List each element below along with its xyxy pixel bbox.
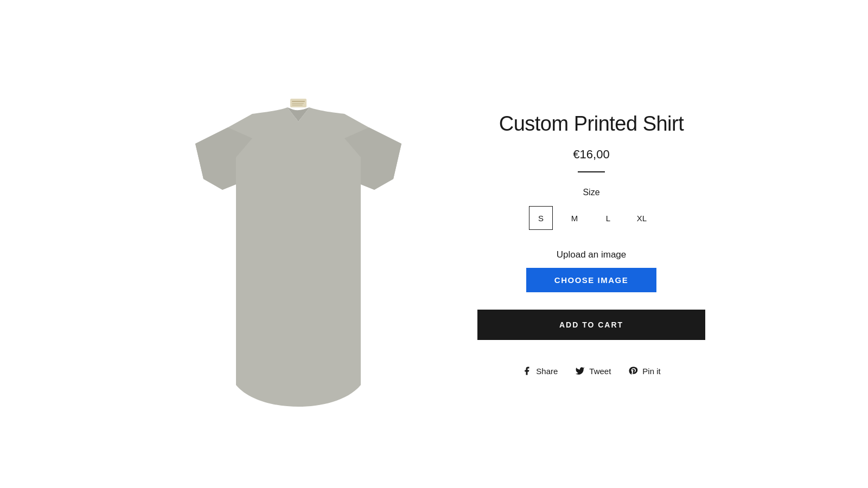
size-label: Size <box>583 188 599 197</box>
share-label: Share <box>536 367 558 376</box>
svg-rect-3 <box>292 105 303 106</box>
pin-label: Pin it <box>642 367 660 376</box>
size-option-s[interactable]: S <box>529 206 553 230</box>
product-image-container <box>163 33 434 455</box>
tshirt-image <box>168 49 429 439</box>
twitter-icon <box>575 366 585 376</box>
size-option-l[interactable]: L <box>596 206 620 230</box>
price-divider <box>578 171 605 172</box>
pinterest-icon <box>628 366 638 376</box>
share-facebook-link[interactable]: Share <box>522 366 558 376</box>
size-option-xl[interactable]: XL <box>630 206 654 230</box>
product-title: Custom Printed Shirt <box>499 112 684 136</box>
svg-rect-1 <box>292 101 305 102</box>
product-price: €16,00 <box>573 147 609 162</box>
size-option-m[interactable]: M <box>563 206 586 230</box>
svg-rect-2 <box>292 103 304 104</box>
social-share: Share Tweet Pin it <box>522 366 660 376</box>
tweet-label: Tweet <box>589 367 611 376</box>
add-to-cart-button[interactable]: ADD TO CART <box>477 310 705 340</box>
upload-label: Upload an image <box>557 249 627 260</box>
share-pinterest-link[interactable]: Pin it <box>628 366 660 376</box>
size-options: S M L XL <box>529 206 654 230</box>
choose-image-button[interactable]: CHOOSE IMAGE <box>526 268 656 292</box>
facebook-icon <box>522 366 532 376</box>
share-twitter-link[interactable]: Tweet <box>575 366 611 376</box>
product-page: Custom Printed Shirt €16,00 Size S M L X… <box>0 0 868 488</box>
product-details: Custom Printed Shirt €16,00 Size S M L X… <box>477 112 705 376</box>
